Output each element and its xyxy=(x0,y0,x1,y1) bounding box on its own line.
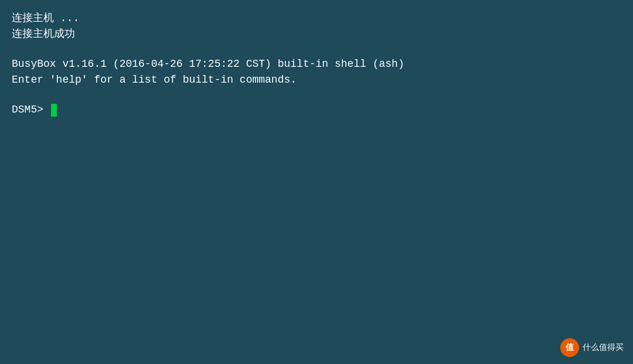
prompt-text: DSM5> xyxy=(12,102,50,118)
connecting-line: 连接主机 ... xyxy=(12,11,621,26)
terminal-window: 连接主机 ... 连接主机成功 BusyBox v1.16.1 (2016-04… xyxy=(0,0,633,364)
watermark-label: 什么值得买 xyxy=(583,342,624,353)
spacer-1 xyxy=(12,42,621,56)
prompt-line[interactable]: DSM5> xyxy=(12,102,621,118)
watermark-icon: 值 xyxy=(560,338,579,357)
connected-line: 连接主机成功 xyxy=(12,26,621,42)
terminal-cursor xyxy=(51,104,57,117)
help-hint-line: Enter 'help' for a list of built-in comm… xyxy=(12,72,621,88)
watermark: 值 什么值得买 xyxy=(560,338,624,357)
busybox-info-line: BusyBox v1.16.1 (2016-04-26 17:25:22 CST… xyxy=(12,56,621,72)
spacer-2 xyxy=(12,88,621,102)
